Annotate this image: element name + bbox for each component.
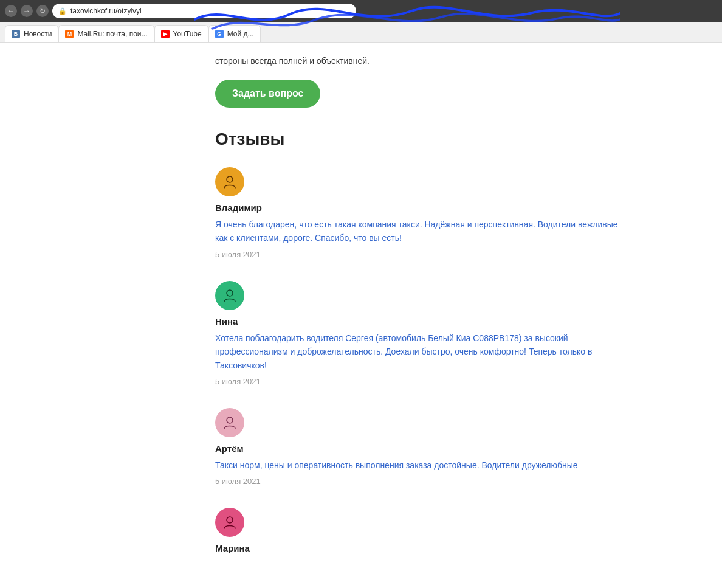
browser-chrome: ← → ↻ 🔒 taxovichkof.ru/otzyivyi: [0, 0, 722, 22]
tab-youtube[interactable]: ▶ YouTube: [154, 25, 208, 42]
tab-vk[interactable]: В Новости: [5, 25, 58, 42]
review-date-artem: 5 июля 2021: [215, 477, 628, 486]
ask-question-button[interactable]: Задать вопрос: [215, 80, 320, 108]
review-item-nina: Нина Хотела поблагодарить водителя Серге…: [215, 281, 628, 386]
page-wrapper: стороны всегда полней и объективней. Зад…: [0, 43, 722, 588]
address-bar[interactable]: 🔒 taxovichkof.ru/otzyivyi: [52, 4, 356, 18]
review-item-artem: Артём Такси норм, цены и оперативность в…: [215, 408, 628, 486]
tab-mail-label: Mail.Ru: почта, пои...: [77, 30, 147, 38]
tab-google[interactable]: G Мой д...: [208, 25, 261, 42]
google-favicon: G: [215, 30, 224, 38]
svg-point-1: [227, 290, 233, 296]
review-date-nina: 5 июля 2021: [215, 377, 628, 386]
reviews-title: Отзывы: [215, 130, 628, 149]
avatar-nina: [215, 281, 244, 310]
intro-text: стороны всегда полней и объективней.: [215, 55, 628, 67]
reviewer-name-marina: Марина: [215, 543, 628, 553]
avatar-vladimir: [215, 167, 244, 196]
reviewer-name-nina: Нина: [215, 316, 628, 327]
forward-button[interactable]: →: [21, 5, 33, 17]
reviewer-name-artem: Артём: [215, 443, 628, 454]
svg-point-2: [227, 417, 233, 423]
vk-favicon: В: [12, 30, 20, 38]
lock-icon: 🔒: [58, 7, 67, 15]
review-item-marina: Марина: [215, 508, 628, 553]
review-text-nina: Хотела поблагодарить водителя Сергея (ав…: [215, 331, 628, 372]
review-date-vladimir: 5 июля 2021: [215, 250, 628, 259]
avatar-marina: [215, 508, 244, 537]
tab-google-label: Мой д...: [227, 30, 254, 38]
page-content: стороны всегда полней и объективней. Зад…: [69, 43, 653, 588]
tab-youtube-label: YouTube: [173, 30, 202, 38]
reviewer-name-vladimir: Владимир: [215, 202, 628, 213]
review-text-artem: Такси норм, цены и оперативность выполне…: [215, 458, 628, 472]
youtube-favicon: ▶: [161, 30, 170, 38]
url-text: taxovichkof.ru/otzyivyi: [70, 7, 142, 15]
review-item-vladimir: Владимир Я очень благодарен, что есть та…: [215, 167, 628, 259]
avatar-artem: [215, 408, 244, 437]
tabs-bar: В Новости M Mail.Ru: почта, пои... ▶ You…: [0, 22, 722, 43]
review-text-vladimir: Я очень благодарен, что есть такая компа…: [215, 218, 628, 245]
mail-favicon: M: [65, 30, 74, 38]
back-button[interactable]: ←: [5, 5, 17, 17]
tab-vk-label: Новости: [24, 30, 52, 38]
tab-mail[interactable]: M Mail.Ru: почта, пои...: [58, 25, 154, 42]
reload-button[interactable]: ↻: [36, 5, 49, 17]
svg-point-3: [227, 517, 233, 523]
svg-point-0: [227, 176, 233, 182]
